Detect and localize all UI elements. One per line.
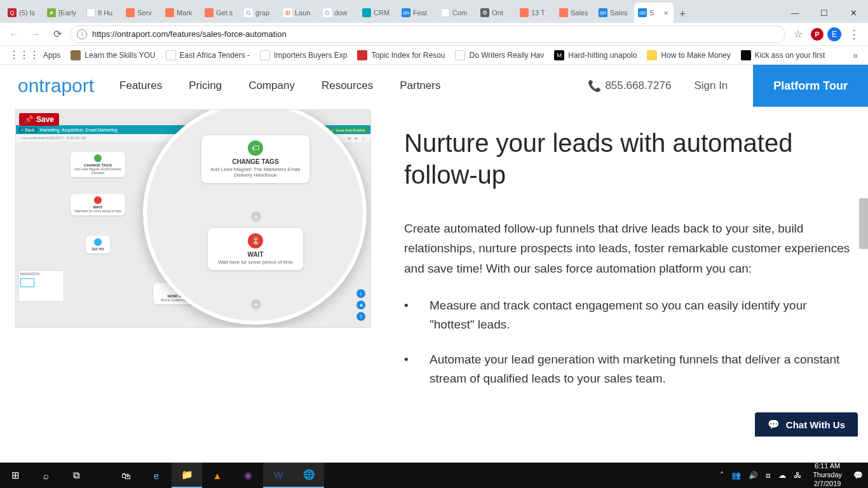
favicon: on (599, 8, 607, 17)
sign-in-link[interactable]: Sign In (694, 79, 728, 92)
pinterest-save-button[interactable]: 📌 Save (19, 113, 59, 126)
page-content: ontraport FeaturesPricingCompanyResource… (0, 65, 868, 437)
favicon (559, 8, 568, 17)
site-logo[interactable]: ontraport (18, 75, 94, 97)
browser-tab[interactable]: Ggrap (240, 3, 280, 23)
site-nav: FeaturesPricingCompanyResourcesPartners (119, 79, 440, 92)
network-icon[interactable]: 🖧 (794, 471, 801, 480)
chrome-icon[interactable]: 🌐 (294, 463, 324, 488)
phone-icon: 📞 (588, 79, 601, 93)
bookmark-item[interactable]: How to Make Money (643, 48, 734, 63)
bookmark-favicon (166, 50, 176, 60)
platform-tour-button[interactable]: Platform Tour (753, 65, 868, 107)
browser-tab[interactable]: Get s (201, 3, 240, 23)
favicon (362, 8, 371, 17)
minimize-button[interactable]: — (780, 3, 810, 23)
bookmark-item[interactable]: Do Writers Really Hav (451, 48, 548, 63)
edge-icon[interactable]: e (141, 463, 172, 488)
thumb-help-icons: i★? (356, 289, 365, 321)
store-icon[interactable]: 🛍 (111, 463, 141, 488)
address-bar-row: ← → ⟳ i https://ontraport.com/features/s… (0, 23, 868, 46)
apps-icon: ⋮⋮⋮ (9, 49, 39, 61)
browser-menu-icon[interactable]: ⋮ (845, 25, 863, 43)
feature-paragraph: Create automated follow-up funnels that … (404, 219, 853, 278)
favicon: Q (8, 8, 17, 17)
dropbox-icon[interactable]: ⧈ (766, 471, 771, 480)
browser-tab[interactable]: ⚙Ont (477, 3, 516, 23)
bookmark-item[interactable]: Kick ass on your first (737, 48, 829, 63)
vlc-icon[interactable]: ▲ (202, 463, 233, 488)
browser-tab[interactable]: Com (437, 3, 477, 23)
maximize-button[interactable]: ☐ (810, 3, 839, 23)
word-icon[interactable]: W (263, 463, 294, 488)
back-button[interactable]: ← (5, 25, 23, 43)
browser-tab[interactable]: Serv (122, 3, 161, 23)
feature-bullet: •Automate your lead generation with mark… (404, 350, 853, 389)
forward-button[interactable]: → (27, 25, 44, 43)
favicon: ⚙ (480, 8, 489, 17)
browser-tab[interactable]: 8 Hu (83, 3, 122, 23)
phone-number[interactable]: 📞 855.668.7276 (588, 79, 671, 93)
browser-tab[interactable]: Q(5) Is (4, 3, 43, 23)
browser-tab[interactable]: Mark (161, 3, 201, 23)
bookmarks-overflow-icon[interactable]: » (848, 50, 863, 60)
bookmark-item[interactable]: ⋮⋮⋮Apps (5, 48, 64, 63)
close-window-button[interactable]: ✕ (839, 3, 868, 23)
onedrive-icon[interactable]: ☁ (778, 471, 786, 480)
nav-link[interactable]: Features (119, 79, 162, 92)
browser-tab-strip: Q(5) Is●[Early8 HuServMarkGet sGgrap⊞Lau… (0, 0, 868, 23)
chat-icon: 💬 (768, 419, 780, 430)
feature-bullet: •Measure and track contact engagement so… (404, 296, 853, 335)
bookmark-item[interactable]: Importers Buyers Exp (256, 48, 351, 63)
address-bar[interactable]: i https://ontraport.com/features/sales-f… (70, 25, 785, 43)
nav-link[interactable]: Company (248, 79, 295, 92)
new-tab-button[interactable]: + (674, 5, 691, 23)
tor-icon[interactable]: ◉ (233, 463, 263, 488)
site-header: ontraport FeaturesPricingCompanyResource… (0, 65, 868, 107)
bookmark-item[interactable]: East Africa Tenders - (162, 48, 254, 63)
pinterest-extension-icon[interactable]: P (811, 28, 824, 41)
reload-button[interactable]: ⟳ (48, 25, 66, 43)
plus-icon: + (251, 212, 261, 222)
bookmark-favicon (260, 50, 270, 60)
profile-avatar[interactable]: E (827, 27, 841, 41)
favicon (126, 8, 135, 17)
browser-tab[interactable]: ⊞Laun (280, 3, 319, 23)
clock[interactable]: 6:11 AM Thursday 2/7/2019 (809, 462, 846, 488)
scrollbar-thumb[interactable] (859, 198, 868, 249)
favicon (205, 8, 214, 17)
start-button[interactable]: ⊞ (0, 463, 31, 488)
nav-link[interactable]: Partners (400, 79, 440, 92)
browser-tab[interactable]: 13 T (516, 3, 555, 23)
search-button[interactable]: ⌕ (31, 463, 61, 488)
bookmark-favicon (741, 50, 751, 60)
bookmark-item[interactable]: Learn the Skills YOU (67, 48, 159, 63)
thumb-breadcrumb: Marketing: Acquisition: Email Marketing (40, 128, 118, 132)
plus-icon: + (251, 299, 261, 309)
site-info-icon[interactable]: i (77, 29, 87, 39)
browser-tab[interactable]: Gdow (319, 3, 358, 23)
volume-icon[interactable]: 🔊 (749, 471, 758, 480)
notifications-icon[interactable]: 💬 (853, 471, 863, 480)
people-icon[interactable]: 👥 (731, 471, 741, 480)
tray-chevron-icon[interactable]: ˄ (720, 471, 724, 480)
browser-tab[interactable]: ●[Early (43, 3, 83, 23)
favicon: on (402, 8, 410, 17)
close-tab-icon[interactable]: × (662, 8, 670, 18)
nav-link[interactable]: Resources (322, 79, 373, 92)
favicon: on (638, 8, 647, 17)
chat-widget[interactable]: 💬 Chat With Us (755, 412, 858, 437)
task-view-button[interactable]: ⧉ (61, 463, 92, 488)
browser-tab[interactable]: onSales (595, 3, 634, 23)
bookmark-item[interactable]: Topic Index for Resou (353, 48, 449, 63)
file-explorer-icon[interactable]: 📁 (172, 463, 202, 488)
nav-link[interactable]: Pricing (189, 79, 222, 92)
browser-tab[interactable]: onFeat (398, 3, 437, 23)
bookmark-favicon (455, 50, 465, 60)
bookmark-star-icon[interactable]: ☆ (789, 25, 807, 43)
browser-tab[interactable]: CRM (358, 3, 398, 23)
bookmark-item[interactable]: MHard-hitting unapolo (550, 48, 641, 63)
browser-tab[interactable]: Sales (555, 3, 595, 23)
thumb-nav-panel: NAVIGATION (18, 270, 64, 302)
browser-tab[interactable]: onS× (634, 3, 674, 23)
